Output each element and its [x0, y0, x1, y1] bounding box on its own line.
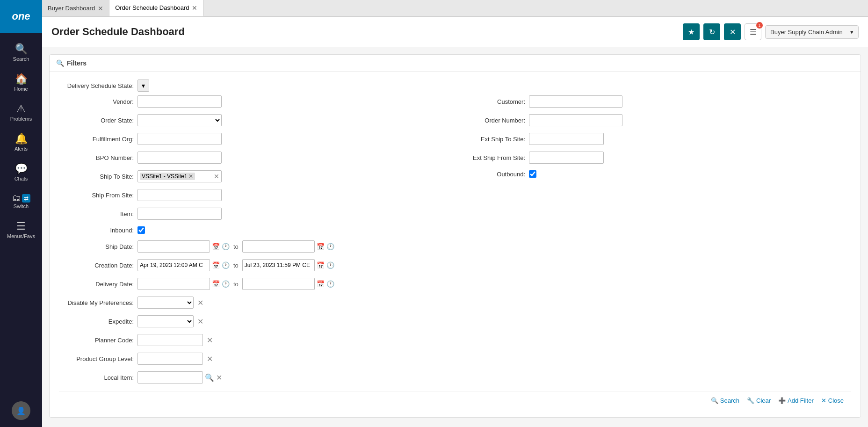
delivery-date-from-calendar-icon[interactable]: 📅 — [212, 280, 220, 288]
sidebar-item-home[interactable]: 🏠 Home — [0, 67, 42, 97]
sidebar-item-label: Problems — [10, 116, 32, 122]
ship-date-to-clock-icon[interactable]: 🕐 — [326, 243, 334, 250]
vendor-row: Vendor: — [59, 95, 450, 108]
order-state-label: Order State: — [59, 117, 134, 124]
ship-to-site-tag: VSSite1 - VSSite1 ✕ — [140, 173, 195, 180]
tag-input-clear-button[interactable]: ✕ — [214, 173, 219, 180]
local-item-input[interactable] — [137, 371, 203, 384]
product-group-input[interactable] — [137, 353, 203, 365]
delivery-schedule-state-dropdown[interactable]: ▾ — [137, 80, 149, 92]
tag-remove-button[interactable]: ✕ — [188, 173, 193, 180]
inbound-checkbox[interactable] — [137, 226, 145, 234]
tab-order-schedule[interactable]: Order Schedule Dashboard ✕ — [109, 0, 203, 16]
clear-link[interactable]: 🔧 Clear — [747, 397, 771, 404]
ship-date-to-input[interactable] — [242, 240, 315, 253]
chevron-down-icon: ▾ — [850, 29, 854, 36]
creation-date-label: Creation Date: — [59, 262, 134, 269]
delivery-date-separator: to — [231, 281, 240, 288]
close-link[interactable]: ✕ Close — [821, 397, 844, 404]
creation-date-to-clock-icon[interactable]: 🕐 — [326, 261, 334, 269]
search-icon: 🔍 — [15, 43, 28, 55]
local-item-search-icon[interactable]: 🔍 — [205, 373, 214, 382]
ship-date-from-calendar-icon[interactable]: 📅 — [212, 243, 220, 250]
sidebar-item-switch[interactable]: 🗂 ⇄ Switch — [0, 187, 42, 215]
disable-prefs-select[interactable] — [137, 297, 194, 309]
ship-from-site-input[interactable] — [137, 189, 222, 201]
planner-code-clear[interactable]: ✕ — [207, 336, 213, 345]
creation-date-from-calendar-icon[interactable]: 📅 — [212, 261, 220, 269]
tab-label: Buyer Dashboard — [48, 5, 95, 12]
content-area: 🔍 Filters Delivery Schedule State: ▾ V — [42, 47, 868, 427]
order-state-select[interactable] — [137, 114, 222, 126]
ext-ship-to-site-row: Ext Ship To Site: — [460, 133, 851, 145]
expedite-clear[interactable]: ✕ — [197, 317, 203, 326]
ext-ship-from-site-row: Ext Ship From Site: — [460, 152, 851, 164]
expedite-select[interactable] — [137, 315, 194, 327]
sidebar-item-alerts[interactable]: 🔔 Alerts — [0, 127, 42, 157]
add-filter-link-label: Add Filter — [788, 397, 814, 404]
sidebar-item-problems[interactable]: ⚠ Problems — [0, 97, 42, 127]
delivery-date-label: Delivery Date: — [59, 281, 134, 288]
sidebar-item-search[interactable]: 🔍 Search — [0, 37, 42, 67]
bpo-number-input[interactable] — [137, 152, 222, 164]
creation-date-to-calendar-icon[interactable]: 📅 — [317, 261, 325, 269]
ext-ship-to-site-input[interactable] — [529, 133, 604, 145]
item-input[interactable] — [137, 208, 222, 220]
customer-input[interactable] — [529, 95, 622, 108]
delivery-date-from-input[interactable] — [137, 278, 210, 290]
customer-row: Customer: — [460, 95, 851, 108]
refresh-button[interactable]: ↻ — [703, 23, 720, 40]
ship-date-from-input[interactable] — [137, 240, 210, 253]
local-item-clear[interactable]: ✕ — [216, 373, 222, 382]
menu-button[interactable]: ☰ 1 — [745, 23, 761, 40]
creation-date-from-clock-icon[interactable]: 🕐 — [222, 261, 230, 269]
fulfillment-org-input[interactable] — [137, 133, 222, 145]
sidebar-item-label: Search — [13, 56, 29, 62]
bell-icon: 🔔 — [15, 133, 28, 145]
ship-from-site-label: Ship From Site: — [59, 192, 134, 199]
vendor-input[interactable] — [137, 95, 222, 108]
delivery-date-to-calendar-icon[interactable]: 📅 — [317, 280, 325, 288]
disable-prefs-clear[interactable]: ✕ — [197, 298, 203, 307]
search-link[interactable]: 🔍 Search — [711, 397, 739, 404]
sidebar-item-menus[interactable]: ☰ Menus/Favs — [0, 215, 42, 245]
ship-date-range: 📅 🕐 to 📅 🕐 — [137, 240, 334, 253]
inbound-row: Inbound: — [59, 226, 450, 234]
product-group-clear[interactable]: ✕ — [207, 355, 213, 363]
close-tab-order-schedule[interactable]: ✕ — [192, 4, 197, 12]
outbound-checkbox[interactable] — [529, 170, 536, 178]
ship-date-to-calendar-icon[interactable]: 📅 — [317, 243, 325, 250]
customer-label: Customer: — [460, 98, 525, 105]
planner-code-input[interactable] — [137, 334, 203, 346]
product-group-row: Product Group Level: ✕ — [59, 353, 450, 365]
sidebar-item-chats[interactable]: 💬 Chats — [0, 157, 42, 187]
user-dropdown[interactable]: Buyer Supply Chain Admin ▾ — [765, 25, 859, 39]
chat-icon: 💬 — [15, 163, 28, 175]
app-logo[interactable]: one — [0, 0, 42, 33]
add-filter-link[interactable]: ➕ Add Filter — [778, 397, 814, 404]
close-button[interactable]: ✕ — [724, 23, 741, 40]
favorite-button[interactable]: ★ — [683, 23, 700, 40]
ext-ship-from-site-input[interactable] — [529, 152, 604, 164]
ship-to-site-tag-input[interactable]: VSSite1 - VSSite1 ✕ ✕ — [137, 170, 222, 182]
creation-date-to-input[interactable]: Jul 23, 2023 11:59 PM CE — [242, 259, 315, 271]
user-avatar[interactable]: 👤 — [12, 401, 30, 420]
delivery-date-from-clock-icon[interactable]: 🕐 — [222, 280, 230, 288]
delivery-date-to-input[interactable] — [242, 278, 315, 290]
item-row: Item: — [59, 208, 450, 220]
bpo-number-label: BPO Number: — [59, 154, 134, 161]
creation-date-from-input[interactable]: Apr 19, 2023 12:00 AM C — [137, 259, 210, 271]
sidebar-item-label: Home — [14, 86, 28, 92]
vendor-label: Vendor: — [59, 98, 134, 105]
tab-label: Order Schedule Dashboard — [115, 4, 189, 11]
fulfillment-org-label: Fulfillment Org: — [59, 136, 134, 143]
ship-date-from-clock-icon[interactable]: 🕐 — [222, 243, 230, 250]
close-tab-buyer[interactable]: ✕ — [98, 5, 103, 12]
tab-buyer-dashboard[interactable]: Buyer Dashboard ✕ — [42, 0, 109, 16]
hamburger-icon: ☰ — [750, 28, 756, 36]
delivery-date-to-clock-icon[interactable]: 🕐 — [326, 280, 334, 288]
order-number-input[interactable] — [529, 114, 622, 126]
item-label: Item: — [59, 210, 134, 217]
switch-arrow-icon: ⇄ — [22, 194, 30, 203]
local-item-row: Local Item: 🔍 ✕ — [59, 371, 450, 384]
